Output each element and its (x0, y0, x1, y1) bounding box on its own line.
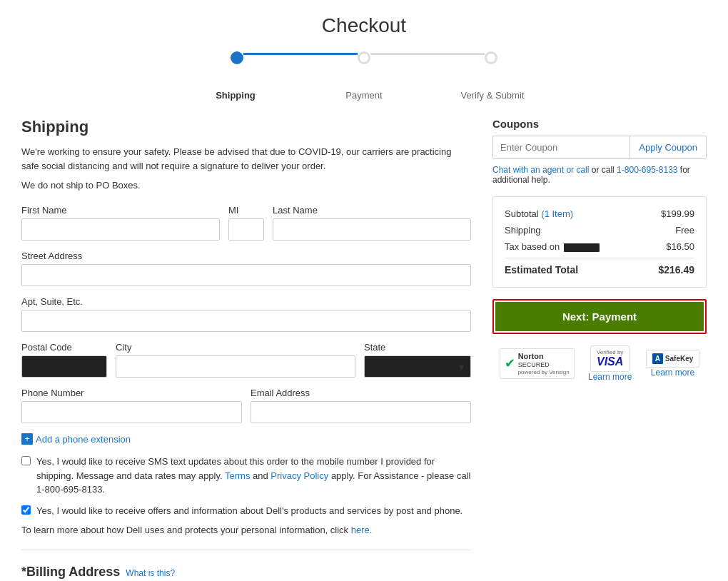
safekey-icon: A (652, 353, 663, 364)
step-verify (485, 51, 497, 64)
first-name-input[interactable] (21, 218, 220, 241)
shipping-row: Shipping Free (505, 225, 694, 236)
offers-checkbox[interactable] (21, 505, 31, 515)
billing-title: *Billing Address (21, 565, 120, 580)
norton-check-icon: ✔ (505, 355, 515, 371)
step-label-shipping: Shipping (171, 90, 300, 101)
step-line-2 (370, 53, 485, 55)
norton-secured: SECURED (518, 361, 570, 369)
progress-bar (21, 51, 707, 69)
shipping-value: Free (675, 225, 694, 236)
norton-logo: ✔ Norton SECURED powered by Verisign (500, 348, 575, 380)
subtotal-value: $199.99 (661, 208, 694, 219)
mi-label: MI (228, 205, 264, 216)
apt-label: Apt, Suite, Etc. (21, 296, 471, 307)
phone-input[interactable] (21, 401, 242, 423)
subtotal-row: Subtotal (1 Item) $199.99 (505, 208, 694, 219)
page-title: Checkout (21, 14, 707, 37)
norton-powered: powered by Verisign (518, 369, 570, 376)
visa-badge: Verified by VISA Learn more (588, 345, 632, 382)
visa-verified-text: Verified by (597, 349, 623, 355)
divider (21, 550, 471, 550)
step-dot-payment (358, 51, 370, 64)
city-label: City (116, 342, 355, 353)
coupon-input-row: Apply Coupon (492, 136, 707, 159)
covid-notice: We're working to ensure your safety. Ple… (21, 145, 471, 173)
step-payment (358, 51, 370, 64)
shipping-title: Shipping (21, 118, 471, 136)
subtotal-label: Subtotal (1 Item) (505, 208, 573, 219)
mi-input[interactable] (228, 218, 264, 241)
order-summary: Subtotal (1 Item) $199.99 Shipping Free … (492, 196, 707, 288)
name-row: First Name MI Last Name (21, 205, 471, 241)
email-label: Email Address (251, 388, 471, 398)
support-phone-link[interactable]: 1-800-695-8133 (617, 165, 677, 175)
visa-logo: Verified by VISA (590, 345, 630, 372)
total-label: Estimated Total (505, 264, 578, 276)
apt-input[interactable] (21, 310, 471, 332)
step-line-1 (243, 53, 358, 55)
city-input[interactable] (116, 355, 355, 378)
sms-text: Yes, I would like to receive SMS text up… (36, 455, 471, 497)
postal-label: Postal Code (21, 342, 107, 353)
chat-text: Chat with an agent or call or call 1-800… (492, 165, 707, 185)
coupon-input[interactable] (493, 136, 630, 158)
next-payment-button[interactable]: Next: Payment (495, 302, 704, 331)
summary-divider (505, 258, 694, 258)
tax-row: Tax based on $16.50 (505, 241, 694, 252)
safekey-badge: A SafeKey Learn more (646, 350, 700, 378)
next-button-wrapper: Next: Payment (492, 299, 707, 334)
state-select[interactable] (364, 355, 471, 378)
personal-info-text: To learn more about how Dell uses and pr… (21, 525, 471, 535)
first-name-label: First Name (21, 205, 220, 216)
step-dot-verify (485, 51, 497, 64)
apply-coupon-button[interactable]: Apply Coupon (630, 136, 706, 158)
last-name-label: Last Name (273, 205, 471, 216)
postal-input[interactable] (21, 355, 107, 378)
plus-icon: + (21, 433, 33, 445)
step-dot-shipping (231, 51, 243, 64)
safekey-brand-text: SafeKey (665, 355, 693, 363)
coupons-label: Coupons (492, 118, 707, 130)
visa-learn-more[interactable]: Learn more (588, 372, 632, 382)
terms-link[interactable]: Terms (225, 470, 250, 481)
total-row: Estimated Total $216.49 (505, 264, 694, 276)
last-name-input[interactable] (273, 218, 471, 241)
tax-label: Tax based on (505, 241, 600, 252)
safekey-logo: A SafeKey (646, 350, 700, 368)
sms-checkbox[interactable] (21, 456, 31, 465)
street-input[interactable] (21, 264, 471, 286)
coupons-section: Coupons Apply Coupon Chat with an agent … (492, 118, 707, 185)
step-shipping (231, 51, 243, 64)
phone-label: Phone Number (21, 388, 242, 398)
state-label: State (364, 342, 471, 353)
offers-text: Yes, I would like to receive offers and … (36, 504, 462, 518)
tax-location-block (564, 243, 600, 252)
total-value: $216.49 (658, 264, 694, 276)
items-link[interactable]: (1 Item) (541, 208, 573, 219)
shipping-label: Shipping (505, 225, 541, 236)
add-extension-link[interactable]: + Add a phone extension (21, 433, 471, 445)
privacy-link[interactable]: Privacy Policy (271, 470, 328, 481)
tax-value: $16.50 (666, 241, 694, 252)
here-link[interactable]: here. (351, 525, 373, 535)
what-is-this-link[interactable]: What is this? (126, 568, 175, 578)
no-po-text: We do not ship to PO Boxes. (21, 180, 471, 191)
chat-agent-link[interactable]: Chat with an agent or call (492, 165, 589, 175)
step-label-payment: Payment (300, 90, 428, 101)
email-input[interactable] (251, 401, 471, 423)
billing-section: *Billing Address What is this? Same as s… (21, 565, 471, 581)
step-label-verify: Verify & Submit (428, 90, 557, 101)
security-badges: ✔ Norton SECURED powered by Verisign Ver… (492, 345, 707, 382)
norton-badge: ✔ Norton SECURED powered by Verisign (500, 348, 575, 380)
visa-brand-text: VISA (597, 355, 623, 368)
street-label: Street Address (21, 251, 471, 261)
norton-brand: Norton (518, 352, 570, 361)
safekey-learn-more[interactable]: Learn more (651, 368, 694, 378)
